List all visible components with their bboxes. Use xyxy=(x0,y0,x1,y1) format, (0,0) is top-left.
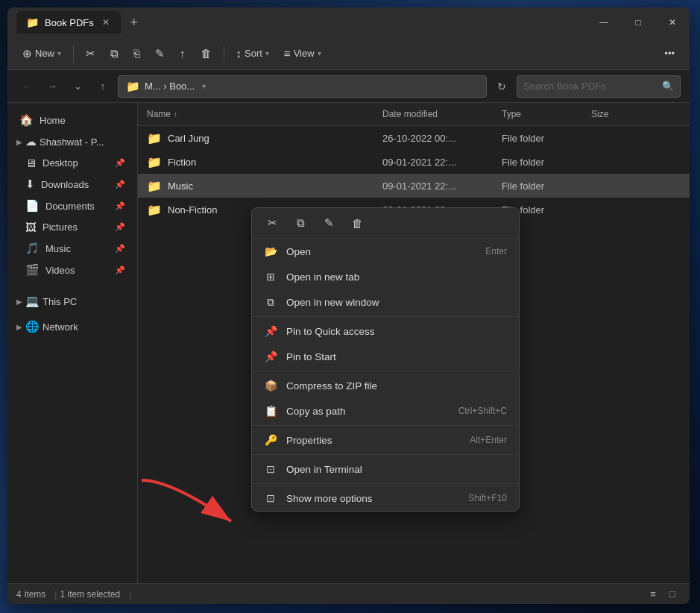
search-box[interactable]: Search Book PDFs 🔍 xyxy=(517,75,681,98)
share-icon: ↑ xyxy=(180,47,186,60)
view-button[interactable]: ≡ View ▾ xyxy=(278,44,327,63)
items-label: items xyxy=(25,589,46,600)
minimize-button[interactable]: — xyxy=(587,7,621,37)
toolbar-separator-1 xyxy=(73,45,74,63)
pictures-icon: 🖼 xyxy=(25,221,37,233)
table-row[interactable]: 📁 Carl Jung 26-10-2022 00:... File folde… xyxy=(138,126,690,150)
sidebar-item-documents[interactable]: 📄 Documents 📌 xyxy=(10,195,134,216)
new-label: New xyxy=(35,48,54,59)
downloads-icon: ⬇ xyxy=(25,177,35,191)
file-size xyxy=(585,159,645,165)
ctx-separator-2 xyxy=(252,371,519,371)
back-button[interactable]: ← xyxy=(16,76,37,97)
ctx-compress-icon: 📦 xyxy=(264,379,277,392)
ctx-terminal-item[interactable]: ⊡ Open in Terminal xyxy=(252,456,519,482)
new-tab-button[interactable]: + xyxy=(124,12,145,33)
rename-button[interactable]: ✎ xyxy=(149,44,171,63)
file-name: Fiction xyxy=(168,157,196,168)
view-chevron-icon: ▾ xyxy=(318,49,321,57)
column-name[interactable]: Name ↑ xyxy=(138,106,376,122)
column-size[interactable]: Size xyxy=(585,106,645,122)
status-separator-1: | xyxy=(54,589,57,600)
ctx-open-new-window-item[interactable]: ⧉ Open in new window xyxy=(252,289,519,315)
file-name-cell: 📁 Music xyxy=(138,176,376,196)
ctx-cut-button[interactable]: ✂ xyxy=(261,213,283,233)
paste-button[interactable]: ⎗ xyxy=(127,44,146,63)
videos-pin-icon: 📌 xyxy=(115,265,125,275)
close-button[interactable]: ✕ xyxy=(655,7,690,37)
ctx-properties-shortcut: Alt+Enter xyxy=(470,435,507,445)
ctx-pin-quick-item[interactable]: 📌 Pin to Quick access xyxy=(252,318,519,344)
file-name: Music xyxy=(168,180,193,192)
ctx-show-more-label: Show more options xyxy=(286,493,373,504)
ctx-rename-icon: ✎ xyxy=(324,216,334,230)
file-name: Non-Fiction xyxy=(168,204,217,216)
sidebar-item-home[interactable]: 🏠 Home xyxy=(10,110,134,131)
address-chevron-icon: ▾ xyxy=(202,82,206,90)
preview-view-button[interactable]: □ xyxy=(664,586,681,603)
ctx-show-more-item[interactable]: ⊡ Show more options Shift+F10 xyxy=(252,485,519,511)
ctx-terminal-icon: ⊡ xyxy=(264,462,277,476)
ctx-copy-path-item[interactable]: 📋 Copy as path Ctrl+Shift+C xyxy=(252,398,519,424)
file-date: 09-01-2021 22:... xyxy=(376,154,496,171)
sidebar-item-shashwat[interactable]: ▶ ☁ Shashwat - P... xyxy=(10,131,134,152)
details-view-button[interactable]: ≡ xyxy=(645,586,661,603)
ctx-rename-button[interactable]: ✎ xyxy=(318,213,340,233)
sidebar-item-this-pc[interactable]: ▶ 💻 This PC xyxy=(10,291,134,312)
sidebar-desktop-label: Desktop xyxy=(42,157,78,169)
column-type[interactable]: Type xyxy=(496,106,585,122)
this-pc-chevron-icon: ▶ xyxy=(16,298,22,306)
sort-button[interactable]: ↕ Sort ▾ xyxy=(230,44,275,63)
more-button[interactable]: ••• xyxy=(658,45,681,62)
maximize-button[interactable]: □ xyxy=(621,7,655,37)
tab-close-button[interactable]: ✕ xyxy=(100,16,112,28)
sidebar-item-pictures[interactable]: 🖼 Pictures 📌 xyxy=(10,217,134,237)
sidebar-item-music[interactable]: 🎵 Music 📌 xyxy=(10,238,134,259)
ctx-separator-3 xyxy=(252,425,519,426)
ctx-compress-item[interactable]: 📦 Compress to ZIP file xyxy=(252,373,519,398)
documents-pin-icon: 📌 xyxy=(115,201,125,211)
ctx-pin-start-item[interactable]: 📌 Pin to Start xyxy=(252,344,519,369)
ctx-properties-item[interactable]: 🔑 Properties Alt+Enter xyxy=(252,427,519,453)
more-icon: ••• xyxy=(664,48,675,59)
delete-button[interactable]: 🗑 xyxy=(195,44,218,63)
ctx-copy-button[interactable]: ⧉ xyxy=(289,213,312,233)
view-buttons: ≡ □ xyxy=(645,586,681,603)
recent-locations-button[interactable]: ⌄ xyxy=(67,76,88,97)
column-date[interactable]: Date modified xyxy=(376,106,496,122)
address-folder-icon: 📁 xyxy=(126,80,140,93)
sidebar-item-videos[interactable]: 🎬 Videos 📌 xyxy=(10,260,134,280)
folder-icon: 📁 xyxy=(147,131,162,145)
ctx-open-new-tab-item[interactable]: ⊞ Open in new tab xyxy=(252,264,519,289)
tab-title: Book PDFs xyxy=(45,17,94,28)
forward-button[interactable]: → xyxy=(42,76,63,97)
ctx-compress-label: Compress to ZIP file xyxy=(286,380,377,392)
active-tab[interactable]: 📁 Book PDFs ✕ xyxy=(16,11,121,34)
ctx-open-new-window-label: Open in new window xyxy=(286,297,379,308)
ctx-open-item[interactable]: 📂 Open Enter xyxy=(252,239,519,264)
address-input[interactable]: 📁 M... › Boo... ▾ xyxy=(118,75,487,98)
sidebar-home-label: Home xyxy=(40,115,66,126)
sidebar-item-desktop[interactable]: 🖥 Desktop 📌 xyxy=(10,153,134,173)
cut-button[interactable]: ✂ xyxy=(80,44,101,63)
file-size xyxy=(585,135,645,141)
file-type: File folder xyxy=(496,154,585,171)
ctx-delete-button[interactable]: 🗑 xyxy=(346,213,368,233)
table-row[interactable]: 📁 Fiction 09-01-2021 22:... File folder xyxy=(138,150,690,174)
sidebar-item-network[interactable]: ▶ 🌐 Network xyxy=(10,316,134,337)
ctx-separator-1 xyxy=(252,316,519,317)
ctx-copy-path-icon: 📋 xyxy=(264,404,277,418)
new-chevron-icon: ▾ xyxy=(57,49,61,57)
sidebar-item-downloads[interactable]: ⬇ Downloads 📌 xyxy=(10,174,134,195)
share-button[interactable]: ↑ xyxy=(174,44,192,63)
table-row[interactable]: 📁 Music 09-01-2021 22:... File folder xyxy=(138,174,690,198)
up-button[interactable]: ↑ xyxy=(92,76,113,97)
copy-button[interactable]: ⧉ xyxy=(104,44,124,63)
refresh-button[interactable]: ↻ xyxy=(491,76,512,97)
ctx-open-shortcut: Enter xyxy=(485,246,507,257)
new-button[interactable]: ⊕ New ▾ xyxy=(16,44,67,63)
status-bar: 4 items | 1 item selected | ≡ □ xyxy=(7,583,690,604)
window-controls: — □ ✕ xyxy=(587,7,690,37)
sidebar: 🏠 Home ▶ ☁ Shashwat - P... 🖥 Desktop 📌 ⬇… xyxy=(7,103,138,583)
sidebar-pictures-label: Pictures xyxy=(42,221,78,233)
